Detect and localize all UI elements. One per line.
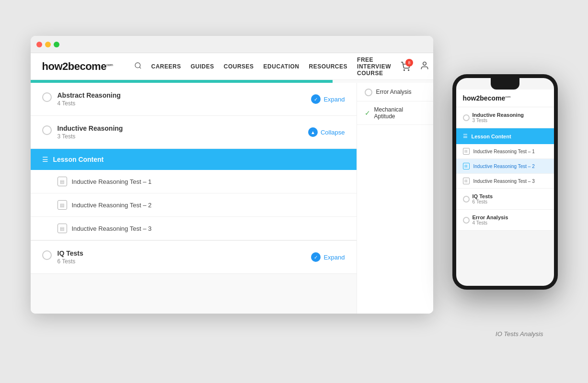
phone-lesson-label: Lesson Content: [472, 134, 511, 139]
lesson-content-row[interactable]: ☰ Lesson Content: [31, 149, 357, 170]
phone-iq-info: IQ Tests 6 Tests: [473, 193, 493, 204]
phone-error-title: Error Analysis: [473, 214, 508, 220]
phone-test-label-1: Inductive Reasoning Test – 1: [473, 149, 535, 154]
svg-line-1: [139, 67, 141, 68]
phone-test-label-3: Inductive Reasoning Test – 3: [473, 179, 535, 184]
iq-tests-expand-btn[interactable]: ✓ Expand: [311, 252, 345, 262]
test-icon-2: ▤: [58, 200, 67, 210]
main-content: Error Analysis ✓ Mechanical Aptitude Abs…: [31, 80, 433, 314]
phone-test-item-1[interactable]: ▤ Inductive Reasoning Test – 1: [456, 144, 554, 159]
phone-mockup: how2becomecom Inductive Reasoning 3 Test…: [452, 74, 558, 290]
navbar: how2becomecom CAREERS GUIDES COURSES EDU…: [31, 53, 433, 80]
nav-guides[interactable]: GUIDES: [191, 63, 214, 70]
cart-badge: 8: [405, 59, 413, 67]
phone-test-item-3[interactable]: ▤ Inductive Reasoning Test – 3: [456, 174, 554, 189]
site-logo[interactable]: how2becomecom: [42, 60, 113, 73]
abstract-reasoning-expand-label: Expand: [323, 96, 345, 103]
search-icon[interactable]: [134, 62, 142, 71]
svg-point-2: [404, 69, 405, 70]
abstract-reasoning-info: Abstract Reasoning 4 Tests: [58, 91, 121, 107]
svg-point-4: [423, 62, 427, 65]
sidebar-error-label: Error Analysis: [376, 89, 412, 95]
phone-iq-radio: [463, 196, 470, 203]
phone-lesson-icon: ☰: [463, 133, 468, 139]
iq-tests-title: IQ Tests: [58, 249, 83, 257]
io-tests-label: IO Tests Analysis: [496, 330, 543, 338]
phone-inductive-title: Inductive Reasoning: [473, 112, 524, 118]
iq-tests-expand-icon: ✓: [311, 252, 321, 262]
svg-point-0: [135, 63, 140, 68]
phone-test-item-2[interactable]: ▤ Inductive Reasoning Test – 2: [456, 159, 554, 174]
abstract-reasoning-expand-btn[interactable]: ✓ Expand: [311, 94, 345, 104]
iq-tests-info: IQ Tests 6 Tests: [58, 249, 83, 265]
sidebar-panel: Error Analysis ✓ Mechanical Aptitude: [357, 83, 433, 314]
iq-tests-left: IQ Tests 6 Tests: [42, 249, 83, 265]
sidebar-mechanical-aptitude[interactable]: ✓ Mechanical Aptitude: [357, 101, 433, 125]
abstract-reasoning-header: Abstract Reasoning 4 Tests ✓ Expand: [42, 91, 345, 107]
inductive-reasoning-info: Inductive Reasoning 3 Tests: [58, 124, 123, 140]
iq-tests-radio[interactable]: [42, 250, 52, 260]
nav-free-interview[interactable]: FREE INTERVIEW COURSE: [357, 56, 391, 77]
nav-links: CAREERS GUIDES COURSES EDUCATION RESOURC…: [134, 56, 429, 77]
phone-screen: how2becomecom Inductive Reasoning 3 Test…: [456, 78, 554, 286]
check-icon-mechanical: ✓: [365, 109, 370, 117]
phone-error-count: 4 Tests: [473, 220, 508, 225]
abstract-reasoning-section: Abstract Reasoning 4 Tests ✓ Expand: [31, 83, 357, 116]
nav-careers[interactable]: CAREERS: [151, 63, 181, 70]
iq-tests-section: IQ Tests 6 Tests ✓ Expand: [31, 241, 357, 274]
inductive-reasoning-count: 3 Tests: [58, 133, 123, 140]
iq-tests-header: IQ Tests 6 Tests ✓ Expand: [42, 249, 345, 265]
cart-icon[interactable]: 8: [401, 62, 410, 71]
maximize-dot[interactable]: [54, 42, 59, 47]
phone-error-info: Error Analysis 4 Tests: [473, 214, 508, 225]
test-item-1[interactable]: ▤ Inductive Reasoning Test – 1: [31, 170, 357, 193]
browser-chrome: [31, 36, 433, 53]
phone-iq-header: IQ Tests 6 Tests: [463, 193, 547, 204]
inductive-reasoning-collapse-btn[interactable]: ▲ Collapse: [308, 127, 345, 137]
close-dot[interactable]: [36, 42, 42, 47]
test-icon-3: ▤: [58, 224, 67, 233]
phone-test-icon-1: ▤: [463, 148, 470, 155]
phone-lesson-row[interactable]: ☰ Lesson Content: [456, 128, 554, 144]
phone-iq-count: 6 Tests: [473, 199, 493, 204]
phone-error-section: Error Analysis 4 Tests: [456, 210, 554, 231]
abstract-reasoning-radio[interactable]: [42, 92, 52, 102]
test-item-2[interactable]: ▤ Inductive Reasoning Test – 2: [31, 193, 357, 217]
user-icon[interactable]: [420, 61, 429, 72]
phone-inductive-count: 3 Tests: [473, 118, 524, 123]
phone-error-header: Error Analysis 4 Tests: [463, 214, 547, 225]
abstract-reasoning-expand-icon: ✓: [311, 94, 321, 104]
test-item-3[interactable]: ▤ Inductive Reasoning Test – 3: [31, 217, 357, 241]
iq-tests-expand-label: Expand: [323, 254, 345, 261]
phone-test-icon-2: ▤: [463, 163, 470, 169]
phone-navbar: how2becomecom: [456, 90, 554, 107]
phone-error-radio: [463, 217, 470, 224]
inductive-reasoning-header: Inductive Reasoning 3 Tests ▲ Collapse: [42, 124, 345, 140]
nav-courses[interactable]: COURSES: [224, 63, 254, 70]
inductive-reasoning-radio[interactable]: [42, 125, 52, 135]
inductive-reasoning-collapse-icon: ▲: [308, 127, 318, 137]
inductive-reasoning-collapse-label: Collapse: [321, 129, 345, 136]
nav-resources[interactable]: RESOURCES: [309, 63, 348, 70]
abstract-reasoning-left: Abstract Reasoning 4 Tests: [42, 91, 121, 107]
phone-content: Inductive Reasoning 3 Tests ☰ Lesson Con…: [456, 107, 554, 286]
sidebar-error-analysis[interactable]: Error Analysis: [357, 83, 433, 101]
sidebar-radio-error: [365, 89, 372, 96]
phone-inductive-info: Inductive Reasoning 3 Tests: [473, 112, 524, 123]
inductive-reasoning-title: Inductive Reasoning: [58, 124, 123, 132]
svg-point-3: [408, 69, 409, 70]
lesson-content-icon: ☰: [42, 156, 48, 163]
phone-inductive-header: Inductive Reasoning 3 Tests: [463, 112, 547, 123]
test-label-1: Inductive Reasoning Test – 1: [72, 178, 152, 185]
nav-education[interactable]: EDUCATION: [264, 63, 300, 70]
inductive-reasoning-left: Inductive Reasoning 3 Tests: [42, 124, 123, 140]
phone-inductive-section: Inductive Reasoning 3 Tests: [456, 107, 554, 128]
phone-iq-title: IQ Tests: [473, 193, 493, 199]
abstract-reasoning-title: Abstract Reasoning: [58, 91, 121, 99]
phone-test-label-2: Inductive Reasoning Test – 2: [473, 164, 535, 169]
minimize-dot[interactable]: [45, 42, 51, 47]
test-label-3: Inductive Reasoning Test – 3: [72, 225, 152, 232]
phone-iq-section: IQ Tests 6 Tests: [456, 189, 554, 210]
browser-window: how2becomecom CAREERS GUIDES COURSES EDU…: [31, 36, 433, 314]
phone-inductive-radio: [463, 114, 470, 121]
